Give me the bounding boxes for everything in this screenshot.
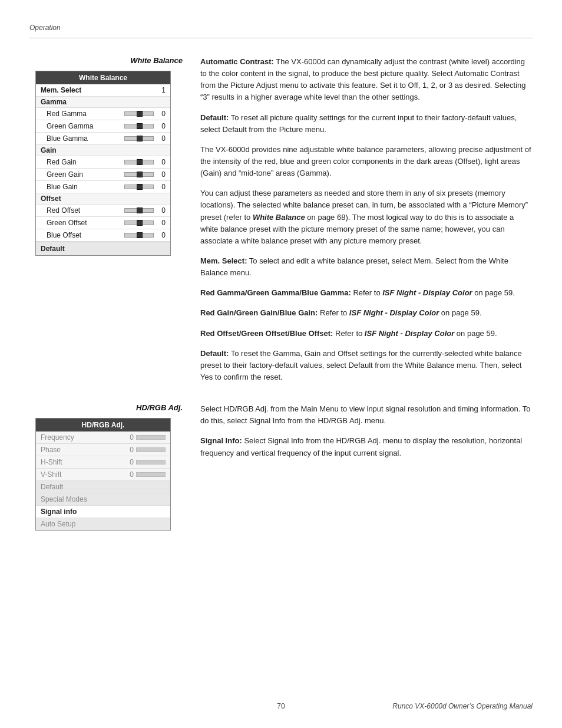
white-balance-menu: White Balance Mem. Select 1 Gamma Red Ga… bbox=[35, 71, 171, 256]
green-gain-label: Green Gain bbox=[41, 170, 121, 179]
footer-brand: Runco VX-6000d Owner’s Operating Manual bbox=[392, 702, 533, 710]
hd-rgb-menu-header: HD/RGB Adj. bbox=[36, 419, 170, 431]
red-gamma-value: 0 bbox=[157, 110, 166, 118]
blue-gain-slider[interactable] bbox=[124, 185, 154, 189]
red-offset-thumb bbox=[137, 207, 143, 213]
red-offset-label: Red Offset bbox=[41, 206, 121, 215]
signal-info-row[interactable]: Signal info bbox=[36, 506, 170, 518]
wb-default-row[interactable]: Default bbox=[36, 242, 170, 255]
mem-select-label: Mem. Select bbox=[41, 86, 157, 94]
red-gain-value: 0 bbox=[157, 158, 166, 166]
hd-rgb-section: HD/RGB Adj. HD/RGB Adj. Frequency 0 Phas… bbox=[29, 403, 533, 531]
red-gamma-slider[interactable] bbox=[124, 111, 154, 116]
green-offset-value: 0 bbox=[157, 219, 166, 227]
left-column-white-balance: White Balance White Balance Mem. Select … bbox=[29, 56, 200, 391]
red-gain-slider[interactable] bbox=[124, 160, 154, 164]
footer-page-number: 70 bbox=[277, 702, 285, 710]
green-gamma-row[interactable]: Green Gamma 0 bbox=[36, 120, 170, 133]
automatic-contrast-bold: Automatic Contrast: bbox=[200, 57, 274, 66]
red-offset-bold: Red Offset/Green Offset/Blue Offset: bbox=[200, 329, 333, 338]
blue-gain-row[interactable]: Blue Gain 0 bbox=[36, 181, 170, 193]
right-column-white-balance: Automatic Contrast: The VX-6000d can dyn… bbox=[200, 56, 533, 391]
page: Operation White Balance White Balance Me… bbox=[0, 0, 562, 728]
hd-default-row[interactable]: Default bbox=[36, 481, 170, 493]
special-modes-row[interactable]: Special Modes bbox=[36, 493, 170, 506]
red-gain-thumb bbox=[137, 159, 143, 165]
default-bold: Default: bbox=[200, 113, 229, 122]
red-gamma-para: Red Gamma/Green Gamma/Blue Gamma: Refer … bbox=[200, 287, 533, 299]
auto-setup-row[interactable]: Auto Setup bbox=[36, 518, 170, 530]
blue-gamma-value: 0 bbox=[157, 134, 166, 143]
vshift-row[interactable]: V-Shift 0 bbox=[36, 469, 170, 481]
green-gain-thumb bbox=[137, 172, 143, 177]
green-offset-slider[interactable] bbox=[124, 220, 154, 225]
green-gain-row[interactable]: Green Gain 0 bbox=[36, 169, 170, 181]
hshift-slider[interactable] bbox=[136, 460, 166, 465]
red-offset-para: Red Offset/Green Offset/Blue Offset: Ref… bbox=[200, 328, 533, 340]
default-wb-para: Default: To reset the Gamma, Gain and Of… bbox=[200, 348, 533, 383]
blue-offset-thumb bbox=[137, 232, 143, 238]
wb-adjust-para: You can adjust these parameters as neede… bbox=[200, 187, 533, 247]
mem-select-para: Mem. Select: To select and edit a white … bbox=[200, 255, 533, 279]
red-gamma-label: Red Gamma bbox=[41, 110, 121, 118]
blue-offset-row[interactable]: Blue Offset 0 bbox=[36, 229, 170, 242]
wb-default-label: Default bbox=[41, 245, 65, 253]
automatic-contrast-para: Automatic Contrast: The VX-6000d can dyn… bbox=[200, 56, 533, 104]
blue-offset-value: 0 bbox=[157, 231, 166, 239]
phase-label: Phase bbox=[41, 446, 125, 454]
red-gamma-row[interactable]: Red Gamma 0 bbox=[36, 108, 170, 120]
phase-slider[interactable] bbox=[136, 447, 166, 452]
red-offset-row[interactable]: Red Offset 0 bbox=[36, 205, 170, 217]
hshift-label: H-Shift bbox=[41, 458, 125, 466]
green-gamma-slider[interactable] bbox=[124, 124, 154, 129]
red-gain-row[interactable]: Red Gain 0 bbox=[36, 156, 170, 169]
phase-row[interactable]: Phase 0 bbox=[36, 444, 170, 456]
red-gamma-bold: Red Gamma/Green Gamma/Blue Gamma: bbox=[200, 288, 351, 297]
hd-rgb-menu: HD/RGB Adj. Frequency 0 Phase 0 H-Shift … bbox=[35, 418, 171, 531]
wb-intro-para: The VX-6000d provides nine adjustable wh… bbox=[200, 144, 533, 179]
green-offset-label: Green Offset bbox=[41, 219, 121, 227]
red-gain-para: Red Gain/Green Gain/Blue Gain: Refer to … bbox=[200, 307, 533, 319]
vshift-slider[interactable] bbox=[136, 472, 166, 477]
blue-gamma-slider[interactable] bbox=[124, 136, 154, 141]
mem-select-row[interactable]: Mem. Select 1 bbox=[36, 84, 170, 97]
auto-setup-label: Auto Setup bbox=[41, 520, 166, 528]
mem-select-bold: Mem. Select: bbox=[200, 256, 247, 265]
hd-intro-para: Select HD/RGB Adj. from the Main Menu to… bbox=[200, 403, 533, 427]
isf-night-link1: ISF Night - Display Color bbox=[382, 288, 472, 297]
blue-gamma-row[interactable]: Blue Gamma 0 bbox=[36, 133, 170, 145]
green-gamma-label: Green Gamma bbox=[41, 122, 121, 130]
phase-value: 0 bbox=[125, 446, 134, 454]
gain-group-label: Gain bbox=[36, 145, 170, 156]
frequency-row[interactable]: Frequency 0 bbox=[36, 431, 170, 444]
white-balance-menu-header: White Balance bbox=[36, 71, 170, 84]
wb-link-text: White Balance bbox=[253, 213, 305, 222]
white-balance-section: White Balance White Balance Mem. Select … bbox=[29, 56, 533, 391]
blue-gain-value: 0 bbox=[157, 183, 166, 191]
green-gamma-thumb bbox=[137, 123, 143, 129]
hshift-value: 0 bbox=[125, 458, 134, 466]
default-wb-bold: Default: bbox=[200, 349, 229, 358]
green-gain-value: 0 bbox=[157, 170, 166, 179]
frequency-label: Frequency bbox=[41, 433, 125, 442]
blue-offset-label: Blue Offset bbox=[41, 231, 121, 239]
vshift-label: V-Shift bbox=[41, 470, 125, 479]
signal-info-bold: Signal Info: bbox=[200, 436, 242, 445]
top-rule bbox=[29, 38, 533, 38]
default-para: Default: To reset all picture quality se… bbox=[200, 112, 533, 136]
blue-offset-slider[interactable] bbox=[124, 233, 154, 238]
green-gain-slider[interactable] bbox=[124, 172, 154, 177]
frequency-value: 0 bbox=[125, 433, 134, 442]
green-offset-row[interactable]: Green Offset 0 bbox=[36, 217, 170, 229]
special-modes-label: Special Modes bbox=[41, 495, 166, 503]
red-gain-bold: Red Gain/Green Gain/Blue Gain: bbox=[200, 308, 318, 317]
red-offset-slider[interactable] bbox=[124, 208, 154, 213]
isf-night-link2: ISF Night - Display Color bbox=[349, 308, 439, 317]
blue-gamma-label: Blue Gamma bbox=[41, 134, 121, 143]
hshift-row[interactable]: H-Shift 0 bbox=[36, 456, 170, 469]
right-column-hd-rgb: Select HD/RGB Adj. from the Main Menu to… bbox=[200, 403, 533, 531]
gamma-group-label: Gamma bbox=[36, 97, 170, 108]
frequency-slider[interactable] bbox=[136, 435, 166, 440]
spacer1 bbox=[29, 391, 533, 403]
blue-gain-thumb bbox=[137, 184, 143, 190]
